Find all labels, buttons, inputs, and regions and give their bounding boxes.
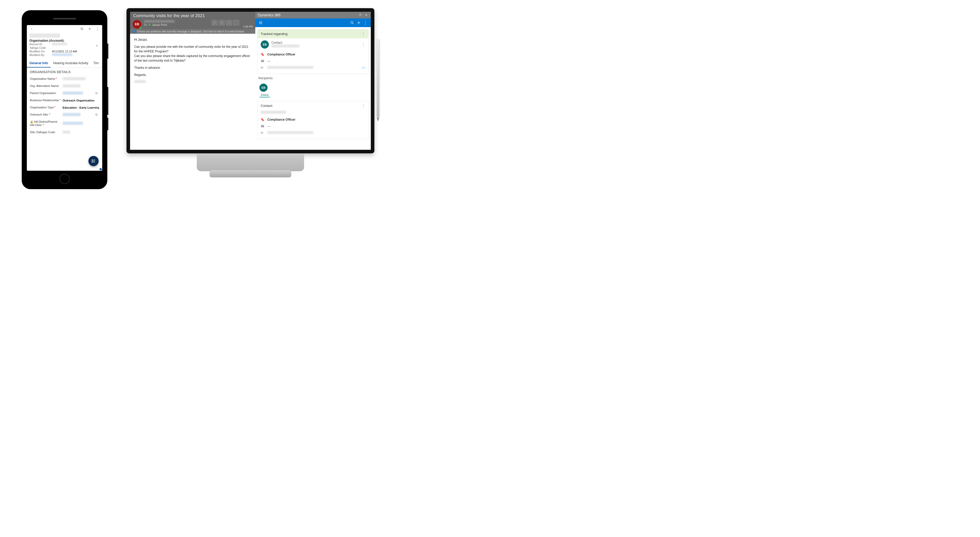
- mobile-command-bar: ⋮: [27, 25, 102, 33]
- modified-on-value: 4/11/2021 11:13 AM: [52, 50, 77, 53]
- organisation-details-section: ORGANISATION DETAILS Organisation Name* …: [27, 68, 102, 136]
- svg-point-17: [351, 21, 353, 24]
- field-org-name[interactable]: Organisation Name*: [30, 75, 99, 83]
- corner-badge-icon: [100, 168, 102, 170]
- tab-hearing-activity[interactable]: Hearing Australia Activity: [51, 59, 91, 67]
- svg-point-8: [92, 159, 92, 160]
- reply-button[interactable]: [212, 20, 218, 25]
- contact-more-icon[interactable]: ⋮: [361, 42, 366, 47]
- mobile-tab-bar: General Info Hearing Australia Activity …: [27, 59, 102, 68]
- talinga-code-label: Talinga Code: [29, 46, 50, 49]
- pop-out-icon[interactable]: ⇱: [358, 13, 363, 17]
- email-regards: Regards,: [134, 73, 251, 77]
- modified-by-label: Modified By:: [29, 53, 50, 56]
- contact-name: [271, 45, 299, 48]
- svg-point-10: [92, 161, 92, 161]
- business-relationship-value: Outreach Organisation: [63, 99, 99, 102]
- presence-dot-icon: [148, 24, 151, 26]
- tag-icon: 🔖: [261, 118, 265, 121]
- tracked-contact-row[interactable]: EB Contact: ⋮: [258, 38, 369, 51]
- field-ha-clinic[interactable]: 🔒HA District/Parent HA Clinic:*: [30, 118, 99, 129]
- card-more-icon[interactable]: ⋮: [361, 32, 366, 36]
- more-icon[interactable]: ⋮: [95, 27, 100, 31]
- field-organisation-type[interactable]: Organisation Type* Education - Early Lea…: [30, 104, 99, 111]
- field-business-relationship[interactable]: Business Relationship* Outreach Organisa…: [30, 97, 99, 104]
- contact-email-row[interactable]: ✉: [261, 129, 366, 136]
- chevron-down-icon[interactable]: [95, 44, 99, 48]
- tag-icon: 🔖: [261, 53, 265, 56]
- field-alt-name[interactable]: Org. Alternative Name: [30, 83, 99, 90]
- recipient-contact-card: Contact: ⋮ 🔖Compliance Officer ☎--- ✉: [257, 101, 369, 139]
- ha-clinic-value: [63, 122, 83, 125]
- contact-label: Contact:: [271, 41, 359, 45]
- outlook-pane: Community visits for the year of 2021 EB…: [130, 12, 255, 150]
- add-icon[interactable]: [88, 27, 92, 31]
- reply-all-button[interactable]: [219, 20, 225, 25]
- lookup-icon[interactable]: [95, 92, 99, 95]
- d365-title-bar: Dynamics 365 ⇱ ✕: [255, 12, 371, 18]
- svg-line-18: [353, 23, 353, 24]
- app-title: Dynamics 365: [258, 13, 281, 17]
- card-more-icon[interactable]: ⋮: [361, 103, 366, 108]
- email-para-1: Can you please provide me with the numbe…: [134, 45, 248, 53]
- contact-name: [261, 111, 286, 114]
- menu-icon[interactable]: [257, 19, 264, 26]
- svg-line-7: [97, 115, 98, 116]
- section-title: ORGANISATION DETAILS: [30, 70, 99, 74]
- recipient-avatar[interactable]: EB: [259, 84, 267, 92]
- more-actions-button[interactable]: ⋯: [233, 20, 239, 25]
- svg-line-1: [83, 29, 83, 30]
- tracked-regarding-heading: Tracked regarding: [261, 32, 288, 36]
- search-icon[interactable]: [80, 27, 84, 31]
- add-icon[interactable]: [355, 19, 362, 26]
- contact-phone-row: ☎---: [261, 123, 366, 129]
- monitor-device: Community visits for the year of 2021 EB…: [126, 8, 374, 177]
- recipient-tab[interactable]: Elaiza: [259, 93, 270, 97]
- tab-general-info[interactable]: General Info: [27, 59, 51, 67]
- svg-line-5: [97, 94, 98, 94]
- fab-menu-button[interactable]: [88, 156, 99, 166]
- monitor-stand-base: [210, 170, 291, 177]
- phone-inner: ⋮ Organisation (Account): Record ID: Tal…: [24, 12, 105, 187]
- organisation-type-value: Education - Early Learning: [63, 106, 99, 109]
- record-title: [27, 33, 102, 38]
- send-mail-icon[interactable]: 📨: [361, 66, 366, 70]
- phone-screen: ⋮ Organisation (Account): Record ID: Tal…: [27, 25, 102, 171]
- site-code-value: [63, 131, 70, 134]
- outreach-site-value: [63, 113, 81, 116]
- back-icon[interactable]: [29, 27, 34, 31]
- dynamics-365-pane: Dynamics 365 ⇱ ✕ ⋮ Tracked regarding: [255, 12, 371, 150]
- mail-icon: ✉: [261, 131, 265, 135]
- modified-by-value: [52, 53, 72, 56]
- alt-name-value: [63, 84, 81, 88]
- field-parent-org[interactable]: Parent Organisation: [30, 90, 99, 97]
- field-outreach-site[interactable]: Outreach Site:*: [30, 111, 99, 118]
- phone-speaker: [53, 18, 76, 19]
- email-body: Hi Jacqui, Can you please provide me wit…: [130, 34, 255, 150]
- email-signature: [134, 80, 146, 83]
- tab-timeline[interactable]: Tim: [91, 59, 101, 67]
- email-thanks: Thanks in advance.: [134, 65, 251, 70]
- more-icon[interactable]: ⋮: [362, 19, 369, 26]
- to-recipient[interactable]: Jacqui Peck: [152, 23, 167, 26]
- svg-point-12: [92, 162, 92, 162]
- contact-label: Contact:: [261, 104, 273, 108]
- contact-email-row[interactable]: ✉ 📨: [261, 64, 366, 71]
- search-icon[interactable]: [349, 19, 355, 26]
- forward-button[interactable]: [226, 20, 232, 25]
- lookup-icon[interactable]: [95, 113, 99, 116]
- info-icon: i: [133, 30, 136, 33]
- email-greeting: Hi Jacqui,: [134, 37, 251, 42]
- record-id-label: Record ID:: [29, 43, 50, 46]
- sender-avatar[interactable]: EB: [133, 20, 141, 29]
- close-icon[interactable]: ✕: [364, 13, 368, 17]
- org-name-value: [63, 77, 86, 80]
- field-site-code[interactable]: Site (Talinga) Code:: [30, 129, 99, 136]
- phone-side-button: [107, 43, 108, 59]
- contact-avatar: EB: [261, 40, 269, 49]
- email-header-bar: EB To Jacqui Peck ⋯: [130, 19, 255, 29]
- email-infobar[interactable]: i If there are problems with how this me…: [130, 29, 255, 34]
- phone-row-icon: ☎: [261, 59, 265, 63]
- contact-role-row: 🔖Compliance Officer: [261, 51, 366, 58]
- record-metadata[interactable]: Record ID: Talinga Code Modified On:4/11…: [27, 42, 102, 57]
